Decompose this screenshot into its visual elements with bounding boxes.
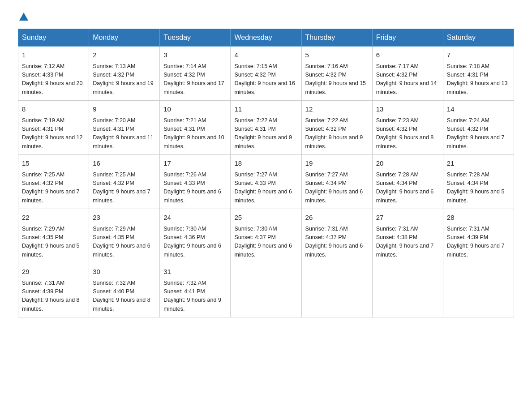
week-row-5: 29Sunrise: 7:31 AMSunset: 4:39 PMDayligh… (18, 263, 514, 317)
day-info: Sunrise: 7:20 AMSunset: 4:31 PMDaylight:… (93, 116, 156, 151)
day-number: 10 (163, 104, 227, 115)
calendar-cell (231, 263, 301, 317)
week-row-4: 22Sunrise: 7:29 AMSunset: 4:35 PMDayligh… (18, 209, 514, 263)
day-info: Sunrise: 7:18 AMSunset: 4:31 PMDaylight:… (447, 62, 510, 97)
day-info: Sunrise: 7:30 AMSunset: 4:36 PMDaylight:… (163, 225, 227, 260)
day-info: Sunrise: 7:27 AMSunset: 4:34 PMDaylight:… (305, 171, 369, 206)
calendar-cell: 16Sunrise: 7:25 AMSunset: 4:32 PMDayligh… (89, 155, 160, 209)
calendar-cell: 3Sunrise: 7:14 AMSunset: 4:32 PMDaylight… (160, 47, 231, 101)
day-number: 13 (376, 104, 439, 115)
calendar-table: SundayMondayTuesdayWednesdayThursdayFrid… (18, 29, 514, 317)
calendar-cell: 2Sunrise: 7:13 AMSunset: 4:32 PMDaylight… (89, 47, 160, 101)
calendar-cell: 6Sunrise: 7:17 AMSunset: 4:32 PMDaylight… (372, 47, 443, 101)
day-number: 1 (22, 50, 85, 60)
day-number: 15 (22, 158, 85, 169)
calendar-cell: 15Sunrise: 7:25 AMSunset: 4:32 PMDayligh… (18, 155, 89, 209)
calendar-header-row: SundayMondayTuesdayWednesdayThursdayFrid… (18, 29, 514, 47)
day-number: 31 (163, 267, 227, 277)
calendar-cell: 5Sunrise: 7:16 AMSunset: 4:32 PMDaylight… (301, 47, 372, 101)
day-number: 21 (447, 158, 510, 169)
day-number: 30 (93, 267, 156, 277)
day-info: Sunrise: 7:22 AMSunset: 4:31 PMDaylight:… (234, 116, 297, 151)
day-number: 18 (234, 158, 297, 169)
calendar-cell: 10Sunrise: 7:21 AMSunset: 4:31 PMDayligh… (160, 101, 231, 155)
day-number: 5 (305, 50, 369, 60)
calendar-cell: 24Sunrise: 7:30 AMSunset: 4:36 PMDayligh… (160, 209, 231, 263)
calendar-cell: 23Sunrise: 7:29 AMSunset: 4:35 PMDayligh… (89, 209, 160, 263)
calendar-cell: 17Sunrise: 7:26 AMSunset: 4:33 PMDayligh… (160, 155, 231, 209)
day-number: 11 (234, 104, 297, 115)
logo (18, 13, 28, 20)
day-number: 16 (93, 158, 156, 169)
week-row-2: 8Sunrise: 7:19 AMSunset: 4:31 PMDaylight… (18, 101, 514, 155)
day-info: Sunrise: 7:25 AMSunset: 4:32 PMDaylight:… (93, 171, 156, 206)
day-info: Sunrise: 7:29 AMSunset: 4:35 PMDaylight:… (93, 225, 156, 260)
day-info: Sunrise: 7:32 AMSunset: 4:40 PMDaylight:… (93, 279, 156, 314)
day-number: 20 (376, 158, 439, 169)
calendar-cell: 30Sunrise: 7:32 AMSunset: 4:40 PMDayligh… (89, 263, 160, 317)
week-row-1: 1Sunrise: 7:12 AMSunset: 4:33 PMDaylight… (18, 47, 514, 101)
col-header-tuesday: Tuesday (160, 29, 231, 47)
day-number: 2 (93, 50, 156, 60)
day-info: Sunrise: 7:32 AMSunset: 4:41 PMDaylight:… (163, 279, 227, 314)
day-info: Sunrise: 7:25 AMSunset: 4:32 PMDaylight:… (22, 171, 85, 206)
col-header-sunday: Sunday (18, 29, 89, 47)
day-number: 7 (447, 50, 510, 60)
day-number: 24 (163, 213, 227, 223)
day-info: Sunrise: 7:31 AMSunset: 4:39 PMDaylight:… (447, 225, 510, 260)
day-number: 19 (305, 158, 369, 169)
day-info: Sunrise: 7:21 AMSunset: 4:31 PMDaylight:… (163, 116, 227, 151)
day-info: Sunrise: 7:13 AMSunset: 4:32 PMDaylight:… (93, 62, 156, 97)
day-number: 6 (376, 50, 439, 60)
calendar-cell: 14Sunrise: 7:24 AMSunset: 4:32 PMDayligh… (443, 101, 514, 155)
col-header-thursday: Thursday (301, 29, 372, 47)
day-info: Sunrise: 7:14 AMSunset: 4:32 PMDaylight:… (163, 62, 227, 97)
day-info: Sunrise: 7:16 AMSunset: 4:32 PMDaylight:… (305, 62, 369, 97)
day-info: Sunrise: 7:31 AMSunset: 4:38 PMDaylight:… (376, 225, 439, 260)
calendar-cell: 20Sunrise: 7:28 AMSunset: 4:34 PMDayligh… (372, 155, 443, 209)
calendar-cell: 11Sunrise: 7:22 AMSunset: 4:31 PMDayligh… (231, 101, 301, 155)
day-info: Sunrise: 7:30 AMSunset: 4:37 PMDaylight:… (234, 225, 297, 260)
calendar-cell: 26Sunrise: 7:31 AMSunset: 4:37 PMDayligh… (301, 209, 372, 263)
week-row-3: 15Sunrise: 7:25 AMSunset: 4:32 PMDayligh… (18, 155, 514, 209)
calendar-cell: 1Sunrise: 7:12 AMSunset: 4:33 PMDaylight… (18, 47, 89, 101)
calendar-cell: 19Sunrise: 7:27 AMSunset: 4:34 PMDayligh… (301, 155, 372, 209)
day-number: 3 (163, 50, 227, 60)
col-header-monday: Monday (89, 29, 160, 47)
calendar-cell: 9Sunrise: 7:20 AMSunset: 4:31 PMDaylight… (89, 101, 160, 155)
calendar-cell (443, 263, 514, 317)
calendar-cell: 27Sunrise: 7:31 AMSunset: 4:38 PMDayligh… (372, 209, 443, 263)
calendar-cell: 25Sunrise: 7:30 AMSunset: 4:37 PMDayligh… (231, 209, 301, 263)
page-header (18, 13, 514, 20)
col-header-friday: Friday (372, 29, 443, 47)
calendar-cell: 29Sunrise: 7:31 AMSunset: 4:39 PMDayligh… (18, 263, 89, 317)
day-info: Sunrise: 7:26 AMSunset: 4:33 PMDaylight:… (163, 171, 227, 206)
calendar-cell: 28Sunrise: 7:31 AMSunset: 4:39 PMDayligh… (443, 209, 514, 263)
day-info: Sunrise: 7:28 AMSunset: 4:34 PMDaylight:… (376, 171, 439, 206)
day-number: 12 (305, 104, 369, 115)
day-info: Sunrise: 7:17 AMSunset: 4:32 PMDaylight:… (376, 62, 439, 97)
day-number: 8 (22, 104, 85, 115)
day-number: 28 (447, 213, 510, 223)
day-number: 9 (93, 104, 156, 115)
day-number: 25 (234, 213, 297, 223)
calendar-cell: 31Sunrise: 7:32 AMSunset: 4:41 PMDayligh… (160, 263, 231, 317)
day-info: Sunrise: 7:23 AMSunset: 4:32 PMDaylight:… (376, 116, 439, 151)
calendar-cell: 13Sunrise: 7:23 AMSunset: 4:32 PMDayligh… (372, 101, 443, 155)
logo-triangle-icon (19, 13, 28, 21)
calendar-cell: 4Sunrise: 7:15 AMSunset: 4:32 PMDaylight… (231, 47, 301, 101)
day-info: Sunrise: 7:27 AMSunset: 4:33 PMDaylight:… (234, 171, 297, 206)
calendar-cell: 22Sunrise: 7:29 AMSunset: 4:35 PMDayligh… (18, 209, 89, 263)
calendar-cell: 8Sunrise: 7:19 AMSunset: 4:31 PMDaylight… (18, 101, 89, 155)
calendar-cell: 12Sunrise: 7:22 AMSunset: 4:32 PMDayligh… (301, 101, 372, 155)
calendar-cell: 7Sunrise: 7:18 AMSunset: 4:31 PMDaylight… (443, 47, 514, 101)
day-number: 23 (93, 213, 156, 223)
day-info: Sunrise: 7:28 AMSunset: 4:34 PMDaylight:… (447, 171, 510, 206)
day-info: Sunrise: 7:29 AMSunset: 4:35 PMDaylight:… (22, 225, 85, 260)
col-header-saturday: Saturday (443, 29, 514, 47)
calendar-cell (372, 263, 443, 317)
col-header-wednesday: Wednesday (231, 29, 301, 47)
day-number: 22 (22, 213, 85, 223)
calendar-cell (301, 263, 372, 317)
calendar-cell: 21Sunrise: 7:28 AMSunset: 4:34 PMDayligh… (443, 155, 514, 209)
